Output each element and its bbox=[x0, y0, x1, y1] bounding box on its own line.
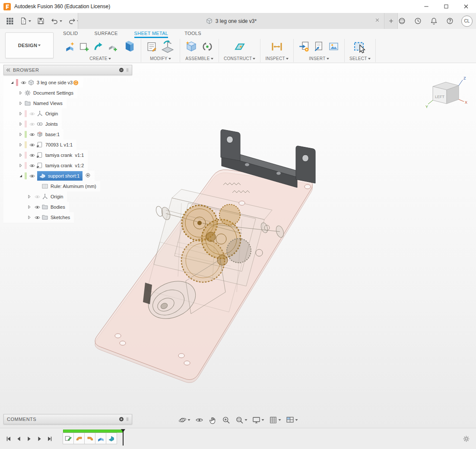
insert-derive-button[interactable] bbox=[313, 41, 325, 54]
pan-button[interactable] bbox=[207, 415, 219, 425]
flange-swoosh-button[interactable] bbox=[93, 41, 104, 54]
tree-row-named-views[interactable]: Named Views bbox=[3, 98, 67, 108]
undo-button[interactable] bbox=[48, 15, 64, 27]
zoom-window-button[interactable] bbox=[234, 415, 249, 425]
ribbon-group-label[interactable]: INSERT bbox=[309, 56, 329, 61]
maximize-button[interactable] bbox=[436, 0, 456, 13]
app-grid-button[interactable] bbox=[3, 15, 16, 27]
tree-row-rule-aluminum-mm-[interactable]: Rule: Aluminum (mm) bbox=[3, 181, 100, 191]
visibility-eye-icon[interactable] bbox=[28, 172, 36, 179]
visibility-eye-icon[interactable] bbox=[28, 131, 36, 138]
expander-icon[interactable] bbox=[17, 172, 24, 179]
insert-image-button[interactable] bbox=[328, 41, 340, 54]
collapse-all-icon[interactable] bbox=[118, 67, 124, 73]
visibility-eye-icon[interactable] bbox=[28, 141, 36, 148]
ribbon-group-label[interactable]: INSPECT bbox=[265, 56, 288, 61]
tab-close-icon[interactable] bbox=[374, 17, 380, 23]
step-back-button[interactable] bbox=[16, 436, 22, 442]
minimize-button[interactable] bbox=[416, 0, 436, 13]
timeline-track[interactable] bbox=[63, 430, 123, 444]
help-button[interactable] bbox=[444, 15, 456, 27]
look-at-button[interactable] bbox=[194, 415, 205, 425]
ribbon-tab-sheet-metal[interactable]: SHEET METAL bbox=[134, 31, 168, 38]
visibility-eye-icon[interactable] bbox=[33, 204, 41, 210]
joint-button[interactable] bbox=[201, 40, 214, 55]
expander-icon[interactable] bbox=[26, 204, 33, 210]
timeline-feature-flange-teal[interactable] bbox=[106, 433, 117, 444]
unfold-big-button[interactable] bbox=[160, 39, 175, 56]
clock-button[interactable] bbox=[412, 15, 424, 27]
visibility-eye-icon[interactable] bbox=[28, 162, 36, 169]
timeline-feature-sketch-f[interactable] bbox=[63, 433, 74, 444]
step-forward-button[interactable] bbox=[36, 436, 43, 442]
ribbon-group-label[interactable]: ASSEMBLE bbox=[185, 56, 213, 61]
flange-big-button[interactable] bbox=[121, 39, 136, 56]
ribbon-group-label[interactable]: CONSTRUCT bbox=[224, 56, 255, 61]
activate-component-radio[interactable] bbox=[85, 172, 91, 180]
new-component-button[interactable] bbox=[185, 40, 198, 55]
save-button[interactable] bbox=[35, 15, 47, 27]
viewcube[interactable]: LEFT Z Y X bbox=[425, 74, 470, 114]
ribbon-group-label[interactable]: CREATE bbox=[89, 56, 111, 61]
expander-icon[interactable] bbox=[17, 100, 24, 107]
timeline-progress-bar[interactable] bbox=[63, 430, 123, 433]
tree-row-3-leg-one-side-v3[interactable]: 3 leg one side v3 bbox=[3, 77, 83, 88]
ribbon-group-label[interactable]: SELECT bbox=[349, 56, 371, 61]
timeline-feature-flange-orange2[interactable] bbox=[84, 433, 95, 444]
sketch-new-button[interactable] bbox=[79, 41, 90, 54]
file-button[interactable] bbox=[17, 15, 33, 27]
tree-row-joints[interactable]: Joints bbox=[3, 119, 62, 129]
visibility-eye-icon[interactable] bbox=[28, 121, 36, 127]
collapse-panel-icon[interactable] bbox=[5, 67, 11, 73]
expander-icon[interactable] bbox=[26, 214, 33, 221]
plane-button[interactable] bbox=[233, 40, 246, 55]
close-button[interactable] bbox=[456, 0, 476, 13]
add-comment-icon[interactable] bbox=[118, 416, 124, 422]
timeline-settings-button[interactable] bbox=[463, 428, 470, 449]
flange-plus-button[interactable] bbox=[107, 41, 118, 54]
notifications-button[interactable] bbox=[428, 15, 440, 27]
skip-end-button[interactable] bbox=[47, 436, 53, 442]
ribbon-group-label[interactable]: MODIFY bbox=[150, 56, 171, 61]
ribbon-tab-solid[interactable]: SOLID bbox=[63, 31, 78, 38]
browser-header[interactable]: BROWSER bbox=[3, 65, 132, 75]
rules-form-button[interactable] bbox=[146, 41, 157, 54]
document-tab[interactable]: 3 leg one side v3* bbox=[78, 13, 384, 29]
panel-grip-icon[interactable] bbox=[124, 67, 130, 73]
tree-row-tamiya-crank-v1-2[interactable]: tamiya crank v1:2 bbox=[3, 160, 88, 171]
skip-start-button[interactable] bbox=[5, 436, 12, 442]
play-button[interactable] bbox=[26, 436, 32, 442]
expander-icon[interactable] bbox=[17, 89, 24, 96]
tree-row-document-settings[interactable]: Document Settings bbox=[3, 88, 77, 98]
insert-svg-button[interactable] bbox=[298, 41, 310, 54]
orbit-button[interactable] bbox=[177, 415, 192, 425]
job-status-button[interactable] bbox=[396, 15, 408, 27]
tree-row-origin[interactable]: Origin bbox=[3, 108, 62, 119]
tree-row-tamiya-crank-v1-1[interactable]: tamiya crank v1:1 bbox=[3, 150, 88, 160]
visibility-eye-icon[interactable] bbox=[33, 193, 41, 200]
zoom-button[interactable] bbox=[221, 415, 232, 425]
expander-icon[interactable] bbox=[17, 162, 24, 169]
tree-row-base-1[interactable]: base:1 bbox=[3, 129, 63, 140]
visibility-eye-icon[interactable] bbox=[28, 152, 36, 159]
grid-settings-button[interactable] bbox=[268, 415, 282, 425]
tree-row-70093-l-v1-1[interactable]: 70093 L v1:1 bbox=[3, 140, 76, 150]
ribbon-tab-tools[interactable]: TOOLS bbox=[184, 31, 201, 38]
expander-icon[interactable] bbox=[17, 121, 24, 127]
viewports-button[interactable] bbox=[285, 415, 299, 425]
flange-star-button[interactable] bbox=[64, 41, 76, 54]
tree-row-sketches[interactable]: Sketches bbox=[3, 212, 74, 223]
timeline-feature-flange-orange[interactable] bbox=[73, 433, 85, 444]
display-settings-button[interactable] bbox=[251, 415, 266, 425]
viewport-canvas[interactable]: BROWSER 3 leg one side v3Document Settin… bbox=[0, 63, 476, 428]
expander-icon[interactable] bbox=[9, 79, 16, 86]
select-box-button[interactable] bbox=[353, 40, 367, 55]
tree-row-bodies[interactable]: Bodies bbox=[3, 202, 69, 212]
panel-grip-icon[interactable] bbox=[124, 416, 130, 422]
measure-button[interactable] bbox=[270, 40, 283, 55]
timeline-playhead[interactable] bbox=[123, 429, 124, 446]
visibility-eye-icon[interactable] bbox=[28, 110, 36, 117]
user-avatar[interactable]: CL bbox=[461, 16, 473, 27]
expander-icon[interactable] bbox=[17, 131, 24, 138]
tree-row-support-short-1[interactable]: support short:1 bbox=[3, 171, 95, 181]
